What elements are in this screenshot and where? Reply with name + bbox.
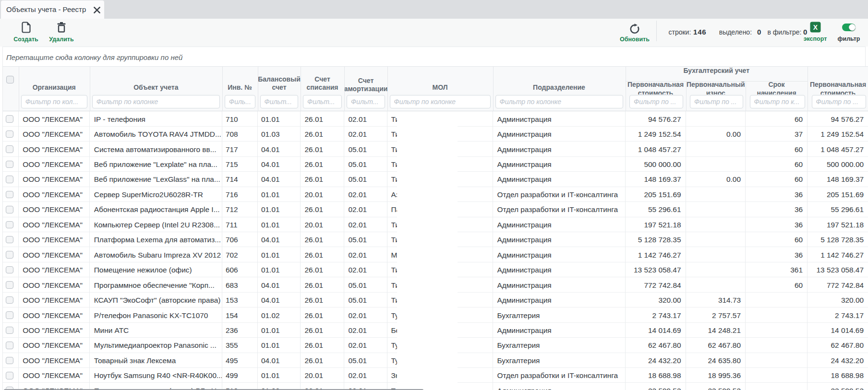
svg-text:X: X: [813, 24, 818, 31]
